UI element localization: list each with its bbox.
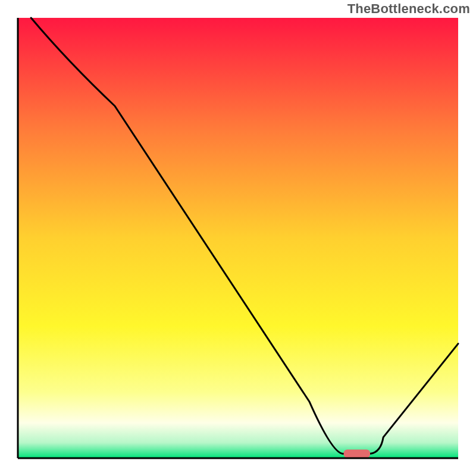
plot-background — [18, 18, 458, 458]
bottleneck-chart — [0, 0, 476, 476]
chart-container: TheBottleneck.com — [0, 0, 476, 476]
optimal-marker — [344, 450, 370, 458]
